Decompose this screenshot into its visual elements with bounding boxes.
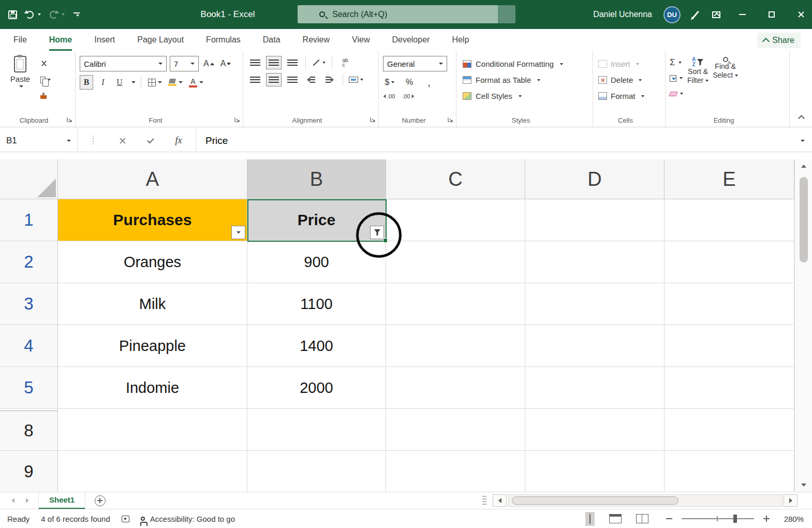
cell-C9[interactable] [386, 451, 525, 492]
borders-button[interactable] [146, 75, 164, 90]
cell-A4[interactable]: Pineapple [58, 325, 247, 367]
cell-E2[interactable] [665, 241, 794, 283]
row-header-1[interactable]: 1 [0, 199, 58, 241]
cell-C4[interactable] [386, 325, 525, 367]
horizontal-scroll-thumb[interactable] [512, 496, 678, 505]
expand-formula-bar-button[interactable] [799, 136, 812, 145]
tab-insert[interactable]: Insert [94, 29, 115, 51]
cell-D1[interactable] [525, 199, 665, 241]
scroll-down-button[interactable] [801, 478, 806, 492]
normal-view-button[interactable] [585, 512, 595, 526]
cell-B9[interactable] [247, 451, 386, 492]
fill-handle[interactable] [383, 238, 388, 243]
autosum-button[interactable]: Σ [670, 57, 683, 68]
cell-B8[interactable] [247, 409, 386, 451]
tab-split-handle[interactable] [482, 496, 486, 505]
align-middle-button[interactable] [266, 56, 282, 69]
cell-A5[interactable]: Indomie [58, 367, 247, 409]
ink-pen-icon[interactable] [692, 11, 699, 18]
row-header-4[interactable]: 4 [0, 325, 58, 367]
ribbon-display-options-icon[interactable] [712, 11, 720, 18]
cell-E1[interactable] [665, 199, 794, 241]
cell-D9[interactable] [525, 451, 665, 492]
cell-B2[interactable]: 900 [247, 241, 386, 283]
cell-D3[interactable] [525, 283, 665, 325]
select-all-corner[interactable] [0, 159, 58, 199]
fill-color-button[interactable] [167, 75, 184, 90]
column-header-c[interactable]: C [386, 159, 525, 199]
grow-font-button[interactable]: A [202, 56, 216, 71]
next-sheet-button[interactable] [26, 498, 29, 503]
save-button[interactable] [8, 10, 17, 19]
hscroll-left-button[interactable] [493, 494, 507, 507]
align-top-button[interactable] [247, 56, 263, 69]
customize-toolbar-button[interactable] [73, 12, 80, 17]
row-header-5[interactable]: 5 [0, 367, 58, 409]
find-select-button[interactable]: Find & Select [713, 56, 738, 113]
horizontal-scrollbar[interactable] [508, 494, 783, 507]
cell-E8[interactable] [665, 409, 794, 451]
cell-E4[interactable] [665, 325, 794, 367]
page-break-view-button[interactable] [636, 514, 648, 523]
cell-B3[interactable]: 1100 [247, 283, 386, 325]
font-dialog-launcher[interactable] [234, 115, 240, 125]
cell-A2[interactable]: Oranges [58, 241, 247, 283]
user-name[interactable]: Daniel Uchenna [593, 10, 652, 19]
cell-D5[interactable] [525, 367, 665, 409]
share-button[interactable]: Share [757, 33, 801, 48]
italic-button[interactable]: I [96, 75, 110, 90]
clipboard-dialog-launcher[interactable] [67, 115, 72, 125]
minimize-button[interactable] [739, 14, 746, 15]
column-header-b[interactable]: B [247, 159, 386, 199]
cell-A1[interactable]: Purchases [58, 199, 247, 241]
name-box[interactable]: B1 [0, 129, 78, 152]
conditional-formatting-button[interactable]: Conditional Formatting [461, 56, 588, 72]
vertical-scrollbar[interactable] [794, 159, 812, 492]
format-cells-button[interactable]: Format [597, 88, 661, 104]
tab-developer[interactable]: Developer [392, 29, 430, 51]
row-header-2[interactable]: 2 [0, 241, 58, 283]
cell-A3[interactable]: Milk [58, 283, 247, 325]
previous-sheet-button[interactable] [11, 498, 14, 503]
collapse-ribbon-button[interactable] [799, 113, 804, 123]
maximize-button[interactable] [769, 11, 775, 18]
tab-data[interactable]: Data [263, 29, 280, 51]
increase-decimal-button[interactable]: .00 [383, 93, 395, 99]
format-as-table-button[interactable]: Format as Table [461, 72, 588, 88]
sheet-tab-sheet1[interactable]: Sheet1 [38, 492, 85, 509]
name-box-resizer[interactable] [78, 136, 109, 146]
column-header-a[interactable]: A [58, 159, 247, 199]
insert-function-button[interactable]: fx [165, 129, 193, 152]
vertical-scroll-thumb[interactable] [800, 177, 808, 262]
percent-style-button[interactable]: % [403, 75, 416, 90]
close-button[interactable] [798, 11, 805, 18]
row-header-9[interactable]: 9 [0, 451, 58, 492]
search-box[interactable]: Search (Alt+Q) [298, 5, 515, 23]
tab-file[interactable]: File [13, 29, 27, 51]
paste-button[interactable]: Paste [4, 56, 36, 113]
cell-B1[interactable]: Price [247, 199, 386, 241]
clear-button[interactable] [670, 88, 683, 99]
cut-button[interactable] [40, 58, 51, 69]
cell-E3[interactable] [665, 283, 794, 325]
tab-view[interactable]: View [352, 29, 370, 51]
column-header-e[interactable]: E [665, 159, 794, 199]
cell-B4[interactable]: 1400 [247, 325, 386, 367]
redo-button[interactable] [50, 11, 65, 19]
enter-button[interactable] [137, 129, 165, 152]
cell-D8[interactable] [525, 409, 665, 451]
zoom-level[interactable]: 280% [780, 515, 804, 523]
tab-page-layout[interactable]: Page Layout [137, 29, 184, 51]
fill-button[interactable] [670, 72, 683, 84]
align-left-button[interactable] [247, 73, 263, 86]
page-layout-view-button[interactable] [609, 514, 622, 523]
zoom-slider[interactable] [682, 518, 754, 519]
number-format-select[interactable]: General [383, 56, 447, 71]
cell-D4[interactable] [525, 325, 665, 367]
font-family-select[interactable]: Calibri [80, 56, 167, 71]
copy-button[interactable] [40, 74, 51, 85]
tab-formulas[interactable]: Formulas [206, 29, 241, 51]
zoom-out-button[interactable] [666, 518, 672, 519]
align-right-button[interactable] [285, 73, 300, 86]
tab-review[interactable]: Review [303, 29, 330, 51]
